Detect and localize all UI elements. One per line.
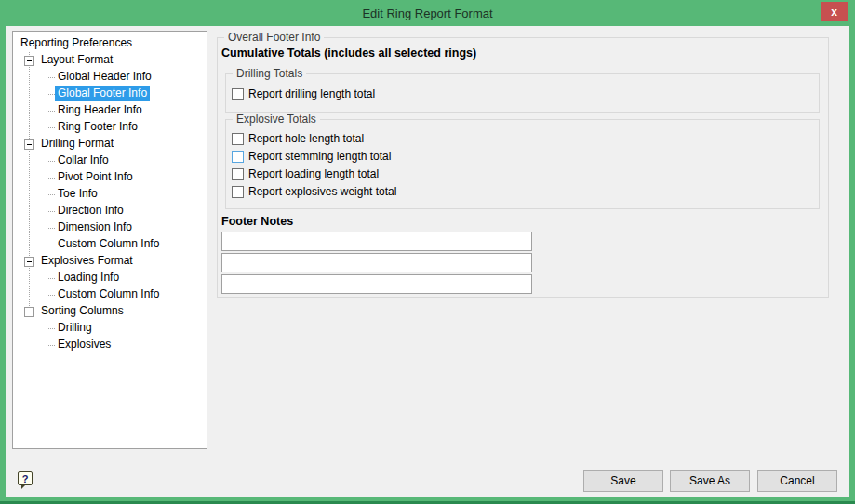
- tree-item-global-footer-info[interactable]: Global Footer Info: [13, 86, 207, 102]
- checkbox-label: Report drilling length total: [248, 87, 375, 101]
- help-icon[interactable]: ?: [18, 471, 33, 485]
- tree-connector-line: [47, 320, 47, 345]
- overall-footer-info-group: Overall Footer Info Cumulative Totals (i…: [217, 37, 829, 298]
- tree-item-label: Sorting Columns: [38, 303, 127, 319]
- group-title: Explosive Totals: [233, 113, 320, 126]
- tree-item-label: Drilling Format: [38, 136, 116, 152]
- save-as-button[interactable]: Save As: [670, 470, 750, 492]
- cancel-button-label: Cancel: [780, 474, 814, 487]
- tree-item-label: Global Header Info: [55, 69, 154, 85]
- save-button[interactable]: Save: [583, 470, 663, 492]
- tree-item-pivot-point-info[interactable]: Pivot Point Info: [13, 169, 207, 186]
- tree-item-custom-column-info[interactable]: Custom Column Info: [13, 236, 207, 253]
- checkbox-label: Report hole length total: [248, 132, 364, 146]
- tree-item-label: Direction Info: [55, 203, 127, 219]
- close-icon: x: [831, 6, 837, 19]
- tree-item-label: Custom Column Info: [55, 236, 162, 252]
- report-settings-tree[interactable]: Reporting Preferences Layout Format Glob…: [12, 31, 207, 449]
- tree-connector-line: [47, 69, 47, 127]
- tree-item-label: Explosives: [55, 337, 114, 352]
- tree-item-label: Custom Column Info: [55, 286, 162, 302]
- tree-item-label: Ring Header Info: [55, 102, 145, 118]
- checkbox-label: Report stemming length total: [248, 150, 391, 164]
- tree-item-drilling[interactable]: Drilling: [13, 320, 207, 337]
- collapse-minus-icon[interactable]: [24, 139, 34, 150]
- tree-connector-line: [47, 270, 47, 295]
- help-glyph: ?: [22, 473, 29, 484]
- checkbox-row-report-hole-length-total[interactable]: Report hole length total: [232, 132, 364, 146]
- tree-item-label: Explosives Format: [38, 253, 136, 269]
- dialog-body: Reporting Preferences Layout Format Glob…: [6, 26, 849, 497]
- collapse-minus-icon[interactable]: [24, 56, 34, 66]
- tree-item-drilling-format[interactable]: Drilling Format: [13, 136, 207, 153]
- tree-item-layout-format[interactable]: Layout Format: [13, 52, 207, 69]
- tree-item-label: Dimension Info: [55, 219, 135, 235]
- tree-item-label: Reporting Preferences: [18, 35, 135, 51]
- footer-note-input-1[interactable]: [221, 232, 532, 251]
- tree-connector-line: [47, 153, 47, 245]
- tree-item-dimension-info[interactable]: Dimension Info: [13, 219, 207, 236]
- collapse-minus-icon[interactable]: [24, 257, 34, 267]
- tree-item-explosives[interactable]: Explosives: [13, 337, 207, 353]
- checkbox-report-stemming-length-total[interactable]: [232, 151, 244, 163]
- tree-item-explosives-format[interactable]: Explosives Format: [13, 253, 207, 270]
- checkbox-label: Report loading length total: [248, 167, 379, 181]
- footer-notes-label: Footer Notes: [221, 215, 293, 228]
- checkbox-report-loading-length-total[interactable]: [232, 168, 244, 180]
- tree-item-toe-info[interactable]: Toe Info: [13, 186, 207, 203]
- save-button-label: Save: [610, 474, 635, 487]
- cancel-button[interactable]: Cancel: [757, 470, 837, 492]
- checkbox-row-report-stemming-length-total[interactable]: Report stemming length total: [232, 150, 391, 164]
- titlebar[interactable]: Edit Ring Report Format x: [0, 0, 855, 26]
- dialog-edit-ring-report-format: Edit Ring Report Format x Reporting Pref…: [0, 0, 855, 504]
- tree-item-direction-info[interactable]: Direction Info: [13, 203, 207, 219]
- tree-item-label: Toe Info: [55, 186, 100, 202]
- tree-item-global-header-info[interactable]: Global Header Info: [13, 69, 207, 86]
- checkbox-row-report-explosives-weight-total[interactable]: Report explosives weight total: [232, 185, 396, 199]
- tree-item-label: Layout Format: [38, 52, 115, 68]
- dialog-title: Edit Ring Report Format: [362, 7, 492, 20]
- tree-item-label: Collar Info: [55, 153, 112, 168]
- checkbox-label: Report explosives weight total: [248, 185, 396, 199]
- tree-item-label: Ring Footer Info: [55, 119, 140, 135]
- tree-item-loading-info[interactable]: Loading Info: [13, 270, 207, 286]
- group-title: Drilling Totals: [233, 67, 306, 81]
- tree-item-label: Pivot Point Info: [55, 169, 136, 185]
- checkbox-row-report-drilling-length-total[interactable]: Report drilling length total: [232, 87, 375, 101]
- tree-item-custom-column-info-2[interactable]: Custom Column Info: [13, 286, 207, 303]
- tree-item-label: Drilling: [55, 320, 95, 336]
- explosive-totals-group: Explosive Totals Report hole length tota…: [225, 119, 820, 209]
- close-button[interactable]: x: [821, 2, 848, 21]
- collapse-minus-icon[interactable]: [24, 307, 34, 317]
- footer-note-input-3[interactable]: [221, 274, 532, 294]
- group-title: Overall Footer Info: [224, 31, 324, 45]
- save-as-button-label: Save As: [689, 474, 730, 487]
- tree-connector-line: [29, 52, 30, 312]
- cumulative-totals-heading: Cumulative Totals (includes all selected…: [221, 46, 476, 60]
- checkbox-report-hole-length-total[interactable]: [232, 133, 244, 145]
- tree-item-ring-header-info[interactable]: Ring Header Info: [13, 102, 207, 119]
- checkbox-report-explosives-weight-total[interactable]: [232, 186, 244, 198]
- footer-note-input-2[interactable]: [221, 253, 532, 272]
- checkbox-row-report-loading-length-total[interactable]: Report loading length total: [232, 167, 379, 181]
- drilling-totals-group: Drilling Totals Report drilling length t…: [225, 73, 820, 113]
- tree-item-label: Loading Info: [55, 270, 122, 285]
- tree-item-label: Global Footer Info: [55, 86, 150, 101]
- tree-item-collar-info[interactable]: Collar Info: [13, 153, 207, 169]
- tree-item-reporting-preferences[interactable]: Reporting Preferences: [13, 35, 207, 52]
- tree-item-sorting-columns[interactable]: Sorting Columns: [13, 303, 207, 320]
- tree-item-ring-footer-info[interactable]: Ring Footer Info: [13, 119, 207, 136]
- checkbox-report-drilling-length-total[interactable]: [232, 88, 244, 100]
